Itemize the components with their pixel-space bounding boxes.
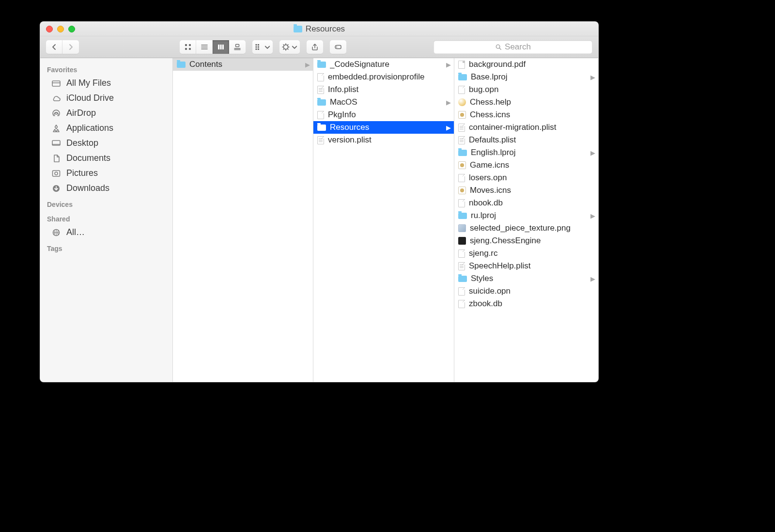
svg-rect-1: [189, 44, 191, 46]
titlebar[interactable]: Resources: [40, 22, 598, 36]
finder-window: Resources: [40, 21, 599, 382]
downloads-icon: [51, 184, 62, 193]
sidebar-item-label: Pictures: [66, 168, 98, 178]
file-row-embedded-provisionprofile[interactable]: embedded.provisionprofile: [313, 71, 454, 83]
file-row-defaults-plist[interactable]: Defaults.plist: [454, 134, 598, 146]
column-1[interactable]: _CodeSignature▶embedded.provisionprofile…: [313, 58, 454, 382]
icloud-icon: [51, 94, 62, 103]
back-button[interactable]: [46, 40, 62, 54]
file-row-sjeng-rc[interactable]: sjeng.rc: [454, 247, 598, 260]
sidebar-item-airdrop[interactable]: AirDrop: [40, 106, 172, 121]
icns-icon: [458, 111, 466, 119]
file-row-selected-piece-texture-png[interactable]: selected_piece_texture.png: [454, 222, 598, 235]
file-row-moves-icns[interactable]: Moves.icns: [454, 184, 598, 197]
svg-rect-4: [218, 45, 219, 49]
icon-view-button[interactable]: [180, 40, 196, 54]
column-view-button[interactable]: [213, 40, 229, 54]
sidebar-item-label: Desktop: [66, 138, 98, 148]
folder-row-english-lproj[interactable]: English.lproj▶: [454, 146, 598, 159]
sidebar-item-documents[interactable]: Documents: [40, 151, 172, 166]
file-row-nbook-db[interactable]: nbook.db: [454, 197, 598, 209]
coverflow-view-button[interactable]: [229, 40, 246, 54]
share-button-group: [307, 40, 323, 54]
chevron-right-icon: ▶: [305, 61, 310, 68]
item-name: Base.lproj: [471, 72, 585, 82]
file-row-container-migration-plist[interactable]: container-migration.plist: [454, 121, 598, 134]
item-name: Contents: [189, 60, 299, 69]
folder-row-ru-lproj[interactable]: ru.lproj▶: [454, 209, 598, 222]
close-button[interactable]: [46, 26, 53, 32]
svg-rect-20: [53, 171, 60, 176]
file-row-chess-icns[interactable]: Chess.icns: [454, 109, 598, 121]
item-name: zbook.db: [469, 299, 595, 309]
item-name: bug.opn: [469, 85, 595, 94]
file-row-pkginfo[interactable]: PkgInfo: [313, 109, 454, 121]
folder-icon: [294, 26, 302, 32]
item-name: losers.opn: [469, 173, 595, 183]
item-name: sjeng.rc: [469, 249, 595, 258]
file-row-background-pdf[interactable]: background.pdf: [454, 58, 598, 71]
folder-row--codesignature[interactable]: _CodeSignature▶: [313, 58, 454, 71]
chevron-right-icon: ▶: [590, 74, 595, 81]
icns-icon: [458, 187, 466, 194]
file-row-game-icns[interactable]: Game.icns: [454, 159, 598, 172]
arrange-button[interactable]: [252, 40, 273, 54]
sidebar-item-all-[interactable]: All…: [40, 225, 172, 240]
search-placeholder: Search: [505, 42, 531, 52]
sidebar-section-header: Tags: [40, 240, 172, 254]
folder-icon: [458, 150, 467, 156]
file-row-version-plist[interactable]: version.plist: [313, 134, 454, 146]
share-button[interactable]: [307, 40, 323, 54]
sidebar-item-desktop[interactable]: Desktop: [40, 136, 172, 151]
file-row-info-plist[interactable]: Info.plist: [313, 83, 454, 96]
svg-rect-11: [258, 44, 259, 46]
column-2[interactable]: background.pdfBase.lproj▶bug.opnChess.he…: [454, 58, 598, 382]
file-row-suicide-opn[interactable]: suicide.opn: [454, 285, 598, 297]
forward-button[interactable]: [62, 40, 79, 54]
file-row-speechhelp-plist[interactable]: SpeechHelp.plist: [454, 260, 598, 272]
folder-icon: [458, 213, 467, 219]
file-row-zbook-db[interactable]: zbook.db: [454, 297, 598, 310]
folder-row-macos[interactable]: MacOS▶: [313, 96, 454, 109]
item-name: background.pdf: [469, 60, 595, 69]
search-icon: [495, 44, 502, 50]
zoom-button[interactable]: [68, 26, 75, 32]
view-mode-buttons: [180, 40, 246, 54]
plist-icon: [458, 124, 465, 132]
item-name: Styles: [471, 274, 585, 283]
item-name: version.plist: [328, 135, 451, 145]
documents-icon: [51, 154, 62, 163]
sidebar-item-downloads[interactable]: Downloads: [40, 181, 172, 196]
action-button[interactable]: [279, 40, 300, 54]
item-name: Chess.icns: [470, 110, 595, 120]
sidebar-item-applications[interactable]: Applications: [40, 121, 172, 136]
search-field[interactable]: Search: [434, 40, 592, 54]
sidebar-item-label: All…: [66, 227, 85, 237]
item-name: Resources: [330, 123, 440, 132]
sidebar-section-header: Favorites: [40, 61, 172, 76]
folder-row-resources[interactable]: Resources▶: [313, 121, 454, 134]
airdrop-icon: [51, 109, 62, 118]
svg-rect-0: [185, 44, 187, 46]
svg-rect-13: [258, 48, 259, 50]
minimize-button[interactable]: [57, 26, 64, 32]
file-row-chess-help[interactable]: Chess.help: [454, 96, 598, 109]
sidebar-item-label: Documents: [66, 153, 110, 163]
list-view-button[interactable]: [196, 40, 213, 54]
file-row-sjeng-chessengine[interactable]: sjeng.ChessEngine: [454, 235, 598, 247]
file-row-bug-opn[interactable]: bug.opn: [454, 83, 598, 96]
column-browser: Contents▶_CodeSignature▶embedded.provisi…: [173, 58, 598, 382]
sidebar-item-icloud-drive[interactable]: iCloud Drive: [40, 91, 172, 106]
folder-row-base-lproj[interactable]: Base.lproj▶: [454, 71, 598, 83]
column-0[interactable]: Contents▶: [173, 58, 313, 382]
doc-icon: [458, 300, 465, 308]
tag-button[interactable]: [330, 40, 346, 54]
folder-row-styles[interactable]: Styles▶: [454, 272, 598, 285]
svg-rect-8: [255, 44, 257, 46]
file-row-losers-opn[interactable]: losers.opn: [454, 172, 598, 184]
nav-buttons: [46, 40, 79, 54]
folder-row-contents[interactable]: Contents▶: [173, 58, 313, 71]
sidebar-item-pictures[interactable]: Pictures: [40, 166, 172, 181]
sidebar[interactable]: FavoritesAll My FilesiCloud DriveAirDrop…: [40, 58, 173, 382]
sidebar-item-all-my-files[interactable]: All My Files: [40, 76, 172, 91]
